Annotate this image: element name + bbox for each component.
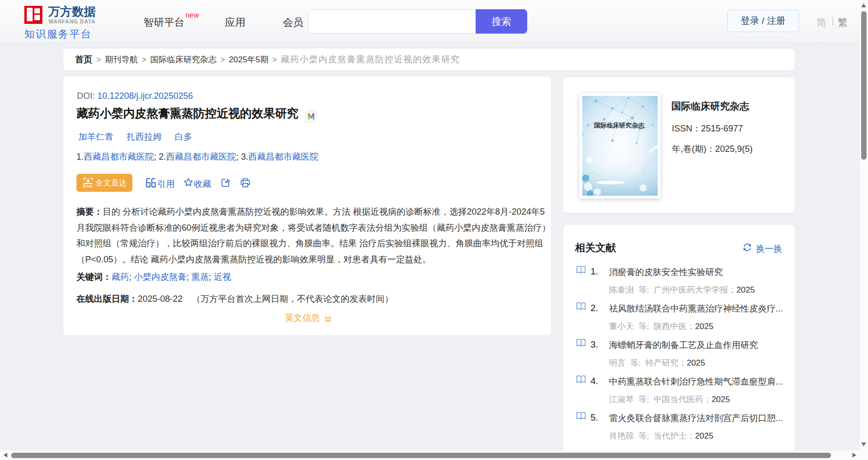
svg-text:国际临床研究杂志: 国际临床研究杂志 [594,122,645,129]
svg-text:free: free [86,184,93,188]
